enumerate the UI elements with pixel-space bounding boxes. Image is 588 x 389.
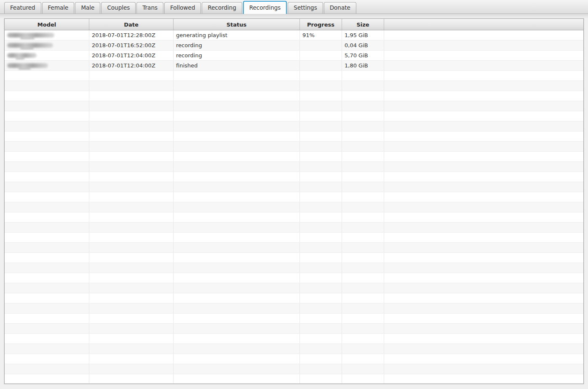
cell-size xyxy=(342,162,384,172)
table-row-empty[interactable] xyxy=(5,131,583,142)
cell-filler xyxy=(384,91,583,101)
cell-status xyxy=(174,314,300,323)
tab-trans[interactable]: Trans xyxy=(136,2,163,13)
table-row-empty[interactable] xyxy=(5,111,583,121)
table-row-empty[interactable] xyxy=(5,101,583,111)
table-row-empty[interactable] xyxy=(5,324,583,334)
table-row-empty[interactable] xyxy=(5,91,583,101)
cell-filler xyxy=(384,324,583,333)
cell-model xyxy=(5,314,89,323)
cell-filler xyxy=(384,71,583,80)
table-row-empty[interactable] xyxy=(5,71,583,81)
tab-donate[interactable]: Donate xyxy=(324,2,356,13)
cell-date xyxy=(89,121,174,131)
cell-model xyxy=(5,172,89,182)
table-row-empty[interactable] xyxy=(5,293,583,303)
table-row-empty[interactable] xyxy=(5,243,583,253)
cell-model xyxy=(5,303,89,313)
cell-status: finished xyxy=(174,61,300,70)
cell-size xyxy=(342,223,384,232)
cell-model xyxy=(5,51,89,60)
table-row-empty[interactable] xyxy=(5,283,583,293)
cell-status xyxy=(174,354,300,364)
cell-filler xyxy=(384,253,583,263)
cell-status xyxy=(174,263,300,273)
table-row-empty[interactable] xyxy=(5,314,583,324)
cell-date xyxy=(89,131,174,141)
column-header-progress[interactable]: Progress xyxy=(300,19,342,30)
table-row-empty[interactable] xyxy=(5,223,583,233)
cell-filler xyxy=(384,202,583,212)
column-header-status[interactable]: Status xyxy=(174,19,300,30)
table-row-empty[interactable] xyxy=(5,334,583,344)
cell-date: 2018-07-01T12:28:00Z xyxy=(89,30,174,40)
table-row-empty[interactable] xyxy=(5,364,583,374)
table-row-empty[interactable] xyxy=(5,233,583,243)
table-row-empty[interactable] xyxy=(5,253,583,263)
column-header-model[interactable]: Model xyxy=(5,19,89,30)
tab-recordings[interactable]: Recordings xyxy=(243,1,287,14)
tab-settings[interactable]: Settings xyxy=(288,2,323,13)
cell-model xyxy=(5,344,89,354)
table-row-empty[interactable] xyxy=(5,374,583,384)
column-header-size[interactable]: Size xyxy=(342,19,384,30)
cell-status xyxy=(174,131,300,141)
app-window: FeaturedFemaleMaleCouplesTransFollowedRe… xyxy=(0,0,588,389)
tab-male[interactable]: Male xyxy=(75,2,100,13)
table-row[interactable]: 2018-07-01T12:04:00Zfinished1,80 GiB xyxy=(5,61,583,71)
cell-size xyxy=(342,91,384,101)
cell-model xyxy=(5,162,89,172)
table-row-empty[interactable] xyxy=(5,162,583,172)
cell-size xyxy=(342,283,384,293)
cell-filler xyxy=(384,81,583,91)
table-row[interactable]: 2018-07-01T12:04:00Zrecording5,70 GiB xyxy=(5,51,583,61)
table-row-empty[interactable] xyxy=(5,202,583,212)
table-row-empty[interactable] xyxy=(5,81,583,91)
column-header-filler xyxy=(384,19,583,30)
cell-model xyxy=(5,202,89,212)
cell-filler xyxy=(384,283,583,293)
cell-size xyxy=(342,192,384,202)
cell-date xyxy=(89,202,174,212)
cell-status xyxy=(174,101,300,111)
table-row[interactable]: 2018-07-01T12:28:00Zgenerating playlist9… xyxy=(5,30,583,40)
table-row-empty[interactable] xyxy=(5,212,583,223)
table-row-empty[interactable] xyxy=(5,344,583,354)
table-row[interactable]: 2018-07-01T16:52:00Zrecording0,04 GiB xyxy=(5,40,583,51)
cell-progress xyxy=(300,111,342,121)
table-row-empty[interactable] xyxy=(5,303,583,314)
table-row-empty[interactable] xyxy=(5,263,583,273)
table-row-empty[interactable] xyxy=(5,354,583,364)
table-row-empty[interactable] xyxy=(5,121,583,131)
tab-followed[interactable]: Followed xyxy=(164,2,201,13)
tab-couples[interactable]: Couples xyxy=(101,2,136,13)
tab-featured[interactable]: Featured xyxy=(4,2,41,13)
tab-female[interactable]: Female xyxy=(42,2,75,13)
cell-size xyxy=(342,142,384,151)
cell-model xyxy=(5,223,89,232)
cell-date xyxy=(89,283,174,293)
table-row-empty[interactable] xyxy=(5,152,583,162)
column-header-date[interactable]: Date xyxy=(89,19,174,30)
cell-model xyxy=(5,111,89,121)
cell-model xyxy=(5,142,89,151)
table-row-empty[interactable] xyxy=(5,273,583,283)
cell-size xyxy=(342,172,384,182)
cell-filler xyxy=(384,293,583,303)
table-row-empty[interactable] xyxy=(5,142,583,152)
cell-progress xyxy=(300,192,342,202)
cell-model xyxy=(5,364,89,374)
table-row-empty[interactable] xyxy=(5,172,583,182)
cell-progress xyxy=(300,202,342,212)
table-row-empty[interactable] xyxy=(5,192,583,202)
cell-status xyxy=(174,142,300,151)
cell-progress xyxy=(300,71,342,80)
cell-size xyxy=(342,364,384,374)
cell-status xyxy=(174,212,300,222)
table-row-empty[interactable] xyxy=(5,182,583,192)
table-header-row: ModelDateStatusProgressSize xyxy=(5,19,583,30)
redacted-model-name xyxy=(7,33,54,38)
cell-status: generating playlist xyxy=(174,30,300,40)
tab-recording[interactable]: Recording xyxy=(202,2,242,13)
cell-size xyxy=(342,152,384,161)
